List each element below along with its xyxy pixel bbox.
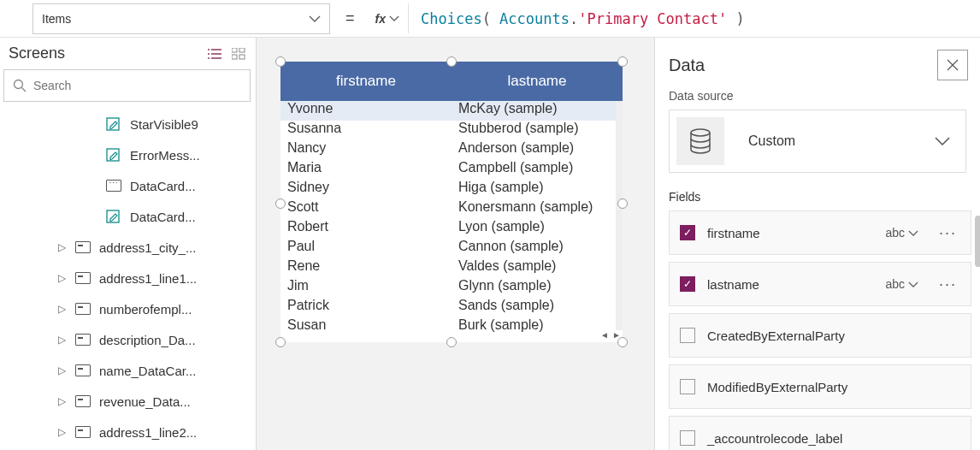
- field-name-label: CreatedByExternalParty: [707, 329, 960, 343]
- chevron-right-icon[interactable]: ▷: [58, 241, 67, 253]
- tree-item-label: numberofempl...: [99, 302, 210, 317]
- checkbox[interactable]: [680, 379, 695, 394]
- tree-item-label: StarVisible9: [130, 117, 233, 132]
- checkbox[interactable]: ✓: [680, 225, 695, 240]
- svg-point-0: [208, 49, 210, 50]
- table-row[interactable]: JimGlynn (sample): [280, 278, 623, 298]
- field-row[interactable]: ✓lastnameabc ···: [669, 262, 971, 306]
- tree-item[interactable]: DataCard...: [0, 201, 256, 232]
- chevron-right-icon[interactable]: ▷: [58, 334, 67, 346]
- table-row[interactable]: RobertLyon (sample): [280, 219, 623, 239]
- search-input[interactable]: [33, 79, 241, 92]
- datatable-body[interactable]: YvonneMcKay (sample)SusannaStubberod (sa…: [280, 101, 623, 340]
- tree-item[interactable]: ▷address1_line2...: [0, 417, 256, 447]
- table-cell: Scott: [280, 199, 452, 219]
- field-row[interactable]: CreatedByExternalParty: [669, 313, 971, 358]
- table-cell: Glynn (sample): [452, 278, 623, 298]
- table-row[interactable]: MariaCampbell (sample): [280, 160, 623, 180]
- tree-item[interactable]: ▷address1_line1...: [0, 263, 256, 293]
- field-row[interactable]: _accountrolecode_label: [669, 416, 971, 450]
- table-row[interactable]: YvonneMcKay (sample): [280, 101, 623, 121]
- tree-item[interactable]: StarVisible9: [0, 109, 256, 139]
- table-row[interactable]: SidneyHiga (sample): [280, 180, 623, 199]
- resize-handle[interactable]: [617, 337, 628, 347]
- resize-handle[interactable]: [617, 56, 628, 67]
- table-cell: Jim: [280, 278, 452, 298]
- screens-title: Screens: [9, 44, 65, 62]
- resize-handle[interactable]: [275, 198, 286, 209]
- fields-scrollbar[interactable]: [975, 216, 980, 267]
- table-row[interactable]: ReneValdes (sample): [280, 258, 623, 278]
- resize-handle[interactable]: [446, 337, 457, 347]
- fields-label: Fields: [655, 173, 980, 210]
- search-box[interactable]: [3, 69, 251, 102]
- edit-icon: [106, 118, 121, 130]
- tree-item-label: address1_city_...: [99, 240, 210, 255]
- table-row[interactable]: PatrickSands (sample): [280, 298, 623, 317]
- canvas[interactable]: firstname lastname YvonneMcKay (sample)S…: [257, 38, 654, 450]
- field-row[interactable]: ✓firstnameabc ···: [669, 210, 971, 255]
- checkbox[interactable]: ✓: [680, 276, 695, 292]
- resize-handle[interactable]: [275, 337, 286, 347]
- formula-token-close: ): [727, 10, 744, 27]
- field-row[interactable]: ModifiedByExternalParty: [669, 364, 971, 409]
- fx-button[interactable]: fx: [367, 3, 409, 33]
- table-row[interactable]: PaulCannon (sample): [280, 239, 623, 258]
- chevron-right-icon[interactable]: ▷: [58, 364, 67, 376]
- data-panel: Data Data source Custom Fields ✓firstnam…: [654, 38, 980, 450]
- tree-item[interactable]: ErrorMess...: [0, 139, 256, 170]
- resize-handle[interactable]: [446, 56, 457, 67]
- scroll-left-arrow[interactable]: ◄: [599, 330, 611, 342]
- tree-item[interactable]: ▷name_DataCar...: [0, 355, 256, 386]
- checkbox[interactable]: [680, 430, 695, 446]
- fields-list: ✓firstnameabc ···✓lastnameabc ···Created…: [655, 210, 980, 450]
- more-icon[interactable]: ···: [936, 275, 960, 293]
- tree-item[interactable]: DataCard...: [0, 170, 256, 201]
- tree-item[interactable]: ▷revenue_Data...: [0, 386, 256, 417]
- chevron-right-icon[interactable]: ▷: [58, 303, 67, 315]
- tree-item-label: DataCard...: [130, 179, 233, 193]
- tree-item-label: DataCard...: [130, 210, 233, 224]
- table-cell: Konersmann (sample): [452, 199, 623, 219]
- grid-view-icon[interactable]: [232, 48, 245, 60]
- field-type-select[interactable]: abc: [880, 275, 924, 293]
- list-view-icon[interactable]: [208, 48, 223, 60]
- vertical-scrollbar[interactable]: [616, 101, 623, 330]
- table-row[interactable]: NancyAnderson (sample): [280, 140, 623, 160]
- resize-handle[interactable]: [275, 56, 286, 67]
- tree-item[interactable]: ▷address1_city_...: [0, 232, 256, 263]
- col-header-lastname[interactable]: lastname: [452, 62, 623, 101]
- property-dropdown[interactable]: Items: [32, 3, 330, 34]
- data-source-select[interactable]: Custom: [669, 110, 966, 173]
- more-icon[interactable]: ···: [936, 224, 960, 242]
- field-type-select[interactable]: abc: [880, 224, 924, 241]
- card-icon: [75, 426, 91, 438]
- tree-item-label: ErrorMess...: [130, 148, 233, 163]
- table-row[interactable]: SusannaStubberod (sample): [280, 121, 623, 140]
- checkbox[interactable]: [680, 328, 695, 343]
- tree-item[interactable]: ▷numberofempl...: [0, 293, 256, 324]
- tree-item[interactable]: ▷description_Da...: [0, 324, 256, 355]
- close-button[interactable]: [937, 50, 968, 80]
- resize-handle[interactable]: [617, 198, 628, 209]
- table-cell: Sands (sample): [452, 298, 623, 317]
- chevron-right-icon[interactable]: ▷: [58, 426, 67, 438]
- table-cell: Yvonne: [280, 101, 452, 121]
- table-cell: Higa (sample): [452, 180, 623, 199]
- datatable-control[interactable]: firstname lastname YvonneMcKay (sample)S…: [280, 62, 623, 342]
- table-cell: Susanna: [280, 121, 452, 140]
- svg-rect-3: [232, 48, 237, 52]
- col-header-firstname[interactable]: firstname: [280, 62, 452, 101]
- table-cell: Nancy: [280, 140, 452, 160]
- table-cell: Campbell (sample): [452, 160, 623, 180]
- chevron-right-icon[interactable]: ▷: [58, 272, 67, 284]
- formula-input[interactable]: Choices( Accounts.'Primary Contact' ): [409, 10, 745, 27]
- table-row[interactable]: ScottKonersmann (sample): [280, 199, 623, 219]
- tree-view[interactable]: StarVisible9ErrorMess...DataCard...DataC…: [0, 107, 256, 450]
- table-cell: McKay (sample): [452, 101, 623, 121]
- card-icon: [75, 395, 91, 407]
- svg-rect-5: [232, 55, 237, 59]
- table-cell: Valdes (sample): [452, 258, 623, 278]
- chevron-right-icon[interactable]: ▷: [58, 395, 67, 407]
- table-cell: Sidney: [280, 180, 452, 199]
